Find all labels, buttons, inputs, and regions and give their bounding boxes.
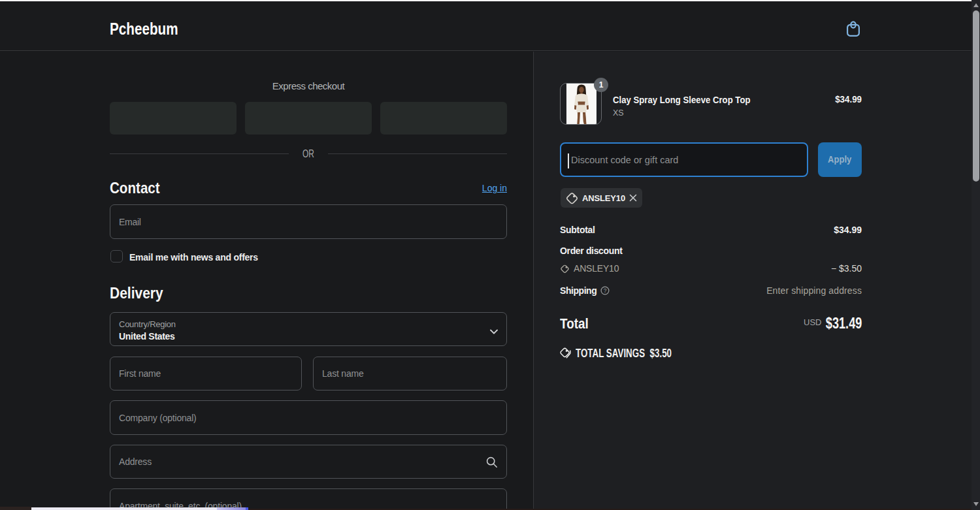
svg-text:?: ? (604, 287, 607, 294)
